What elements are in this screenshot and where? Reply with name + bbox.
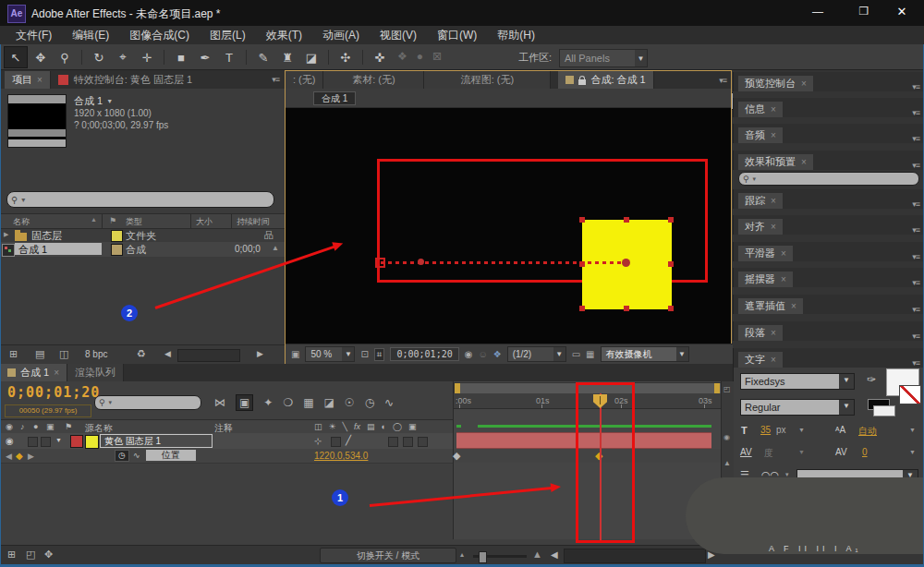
scroll-up-icon[interactable]: ▲ xyxy=(272,244,279,252)
label-column-icon[interactable]: ⚑ xyxy=(65,422,72,431)
layer-visibility-icon[interactable]: ◉ xyxy=(6,436,14,446)
close-icon[interactable]: × xyxy=(54,368,59,378)
comp-flyout-icon[interactable]: ▼ xyxy=(106,98,113,104)
puppet-pin-tool-icon[interactable]: ✜ xyxy=(369,47,391,67)
current-timecode[interactable]: 0;00;01;20 xyxy=(7,384,100,401)
graph-icon[interactable]: ∿ xyxy=(133,451,140,460)
tab-composition[interactable]: 合成: 合成 1 xyxy=(558,71,653,89)
camera-dropdown[interactable]: 有效摄像机 ▼ xyxy=(601,346,689,362)
layer-label-swatch[interactable] xyxy=(70,435,83,448)
close-icon[interactable]: × xyxy=(37,75,43,85)
close-icon[interactable]: × xyxy=(771,328,776,338)
layer-name[interactable]: 黄色 固态层 1 xyxy=(100,434,213,448)
effects-search-input[interactable]: ⚲▾ xyxy=(738,172,919,186)
channels-icon[interactable]: ❖ xyxy=(493,349,502,359)
keyframe-diamond[interactable]: ◆ xyxy=(453,451,460,461)
selection-handle[interactable] xyxy=(668,261,674,267)
dropdown-arrow-icon[interactable]: ▼ xyxy=(909,427,916,433)
motion-blur-icon[interactable]: ▦ xyxy=(303,396,313,409)
opentype-buttons[interactable]: A F II II I A₁ xyxy=(769,544,862,553)
sort-asc-icon[interactable]: ▲ xyxy=(91,216,97,223)
pen-tool-icon[interactable]: ✒ xyxy=(194,47,216,67)
camera-tool-icon[interactable]: ⌖ xyxy=(112,47,134,67)
stopwatch-icon[interactable]: ◷ xyxy=(365,396,374,409)
brush-tool-icon[interactable]: ✎ xyxy=(252,47,274,67)
menu-view[interactable]: 视图(V) xyxy=(370,28,427,43)
toggle-switches-button[interactable]: 切换开关 / 模式 xyxy=(320,548,456,563)
new-comp-icon[interactable]: ◫ xyxy=(59,348,68,360)
layer-row[interactable]: ◉ ▼ 黄色 固态层 1 ⊹ ╱ xyxy=(0,433,453,450)
close-icon[interactable]: × xyxy=(791,301,796,311)
effects-toggle[interactable] xyxy=(331,437,341,447)
property-value[interactable]: 1220.0,534.0 xyxy=(314,451,368,461)
close-button[interactable]: ✕ xyxy=(890,5,914,18)
tab-timeline-comp[interactable]: 合成 1 × xyxy=(0,364,67,381)
expand-inout-icon[interactable]: ✥ xyxy=(44,549,53,561)
menu-layer[interactable]: 图层(L) xyxy=(200,28,256,43)
stopwatch-icon[interactable]: ◷ xyxy=(115,450,129,462)
font-size-value[interactable]: 35 xyxy=(760,425,771,435)
viewer-canvas[interactable] xyxy=(286,108,731,344)
scroll-left-icon[interactable]: ◀ xyxy=(164,349,171,358)
panel-menu-icon[interactable]: ▾≡ xyxy=(912,108,919,117)
hand-tool-icon[interactable]: ✥ xyxy=(30,47,52,67)
pan-behind-tool-icon[interactable]: ✛ xyxy=(136,47,158,67)
audio-toggle[interactable] xyxy=(28,437,38,447)
tab-flowchart[interactable]: 流程图: (无) xyxy=(424,71,551,89)
selection-handle[interactable] xyxy=(624,217,629,223)
quality-icon[interactable]: ╱ xyxy=(346,435,351,445)
menu-edit[interactable]: 编辑(E) xyxy=(62,28,119,43)
slash-icon[interactable]: ╲ xyxy=(343,422,347,431)
safe-margins-icon[interactable]: ⊡ xyxy=(360,349,368,359)
switch-box[interactable] xyxy=(418,437,428,447)
col-duration[interactable]: 持续时间 xyxy=(237,216,270,228)
snapshot-icon[interactable]: ◉ xyxy=(465,349,473,359)
shape-tool-icon[interactable]: ■ xyxy=(170,47,192,67)
project-search-input[interactable]: ⚲ ▾ xyxy=(6,191,274,208)
menu-animation[interactable]: 动画(A) xyxy=(312,28,370,43)
shy-layers-icon[interactable]: ✦ xyxy=(263,396,273,409)
close-icon[interactable]: × xyxy=(771,355,776,365)
set-white-swatch[interactable] xyxy=(873,405,895,416)
switch-box[interactable] xyxy=(388,437,398,447)
shy-toggle-icon[interactable]: ⊹ xyxy=(314,436,322,446)
bit-depth-button[interactable]: 8 bpc xyxy=(85,349,107,359)
menu-effect[interactable]: 效果(T) xyxy=(256,28,312,43)
workspace-dropdown[interactable]: All Panels ▼ xyxy=(559,49,648,67)
viewer-timecode[interactable]: 0;00;01;20 xyxy=(390,347,458,361)
panel-menu-icon[interactable]: ▾≡ xyxy=(912,332,919,341)
frame-info[interactable]: 00050 (29.97 fps) xyxy=(5,404,91,417)
selection-handle[interactable] xyxy=(579,306,585,311)
next-keyframe-icon[interactable]: ▶ xyxy=(28,452,34,461)
rotation-tool-icon[interactable]: ↻ xyxy=(88,47,110,67)
scroll-up-icon[interactable]: ▲ xyxy=(723,459,731,467)
maximize-button[interactable]: ❒ xyxy=(852,5,876,18)
fx-icon[interactable]: fx xyxy=(354,422,360,431)
dropdown-arrow-icon[interactable]: ▼ xyxy=(635,50,647,66)
prev-keyframe-icon[interactable]: ◀ xyxy=(6,452,12,461)
menu-window[interactable]: 窗口(W) xyxy=(427,28,487,43)
expand-icon[interactable]: ▶ xyxy=(4,231,8,238)
close-icon[interactable]: × xyxy=(781,248,786,259)
scroll-right-icon[interactable]: ▶ xyxy=(257,349,263,358)
tab-footage[interactable]: 素材: (无) xyxy=(323,71,424,89)
dropdown-arrow-icon[interactable]: ▼ xyxy=(342,347,354,361)
panel-menu-icon[interactable]: ▾≡ xyxy=(912,82,919,91)
auto-keyframe-icon[interactable]: ☉ xyxy=(345,396,355,409)
timeline-zoom-slider[interactable] xyxy=(473,555,527,558)
menu-help[interactable]: 帮助(H) xyxy=(487,28,545,43)
selection-tool-icon[interactable]: ↖ xyxy=(4,46,28,68)
keyframe-toggle-icon[interactable]: ◆ xyxy=(16,451,23,461)
anchor-point[interactable] xyxy=(622,259,630,267)
zoom-tool-icon[interactable]: ⚲ xyxy=(54,47,76,67)
motion-path-start-keyframe[interactable] xyxy=(375,258,385,268)
tab-project[interactable]: 项目 × xyxy=(5,71,51,89)
item-name[interactable]: 固态层 xyxy=(31,229,62,243)
minimize-button[interactable]: — xyxy=(806,6,830,18)
cube-icon[interactable]: ▣ xyxy=(408,422,417,431)
comp-flowchart-icon[interactable]: ⋈ xyxy=(214,396,225,409)
close-icon[interactable]: × xyxy=(801,78,807,89)
zoom-dropdown[interactable]: 50 % ▼ xyxy=(305,346,355,362)
switch-box[interactable] xyxy=(403,437,413,447)
panel-menu-icon[interactable]: ▾≡ xyxy=(719,76,726,85)
